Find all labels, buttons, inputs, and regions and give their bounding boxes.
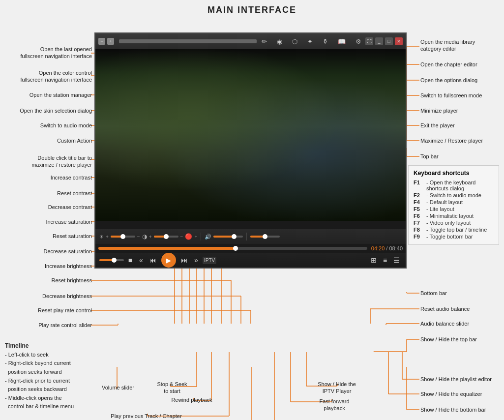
kb-row-f6: F6 - Minimalistic layout	[414, 213, 494, 219]
label-increase-contrast: Increase contrast	[2, 174, 92, 181]
timeline-title: Timeline	[5, 341, 74, 351]
kb-row-f8: F8 - Toggle top bar / timeline	[414, 227, 494, 233]
topbar-minus-btn[interactable]: −	[98, 38, 105, 45]
kb-desc-f1: - Open the keyboard shortcuts dialog	[426, 180, 494, 191]
kb-desc-f9: - Toggle bottom bar	[426, 234, 473, 240]
label-minimize-player: Minimize player	[420, 107, 502, 114]
prev-track-button[interactable]: ⏮	[148, 255, 158, 265]
iptv-button[interactable]: IPTV	[203, 257, 216, 264]
saturation-increase-icon[interactable]: +	[194, 234, 197, 240]
watering-can-icon[interactable]: ⚱	[323, 38, 328, 45]
label-exit-player: Exit the player	[420, 122, 502, 129]
label-stop-seek: Stop & Seekto start	[148, 381, 197, 395]
label-increase-saturation: Increase saturation	[2, 218, 92, 225]
fast-forward-button[interactable]: »	[192, 255, 201, 265]
brightness-icon[interactable]: ✦	[307, 38, 313, 45]
contrast-decrease-icon[interactable]: −	[137, 234, 140, 240]
topbar-plus-btn[interactable]: +	[107, 38, 114, 45]
label-decrease-saturation: Decrease saturation	[2, 248, 92, 255]
time-display: 04:20 / 08:40	[371, 245, 403, 251]
video-frame	[95, 49, 406, 221]
pencil-icon[interactable]: ✏	[262, 38, 267, 45]
close-btn[interactable]: ✕	[395, 37, 403, 45]
radio-waves-icon[interactable]: ◉	[277, 38, 282, 45]
time-current: 04:20	[371, 245, 385, 251]
kb-row-f9: F9 - Toggle bottom bar	[414, 234, 494, 240]
equalizer-button[interactable]: ≡	[381, 255, 389, 265]
kb-key-f1: F1	[414, 180, 424, 191]
label-top-bar: Top bar	[420, 153, 502, 160]
volume-slider-thumb[interactable]	[112, 258, 117, 263]
page-title: MAIN INTERFACE	[0, 0, 504, 18]
kb-title: Keyboard shortcuts	[414, 170, 494, 177]
label-bottom-bar: Bottom bar	[420, 290, 502, 297]
label-show-hide-top-bar: Show / Hide the top bar	[420, 336, 502, 343]
label-open-media-library: Open the media librarycategory editor	[420, 38, 502, 53]
audio-icon: 🔊	[205, 234, 211, 240]
label-decrease-contrast: Decrease contrast	[2, 204, 92, 210]
player-topbar: − + ✏ ◉ ⬡ ✦ ⚱ 📖 ⚙ ⛶ _ □ ✕	[95, 33, 406, 49]
label-open-chapter-editor: Open the chapter editor	[420, 61, 502, 68]
rewind-button[interactable]: «	[137, 255, 146, 265]
minimize-btn[interactable]: _	[375, 37, 383, 45]
brightness-slider[interactable]	[111, 236, 135, 238]
contrast-increase-icon[interactable]: +	[149, 234, 152, 240]
kb-row-f7: F7 - Video only layout	[414, 220, 494, 226]
playlist-button[interactable]: ☰	[391, 255, 402, 265]
timeline-item-4: - Middle-click opens the control bar & t…	[5, 394, 74, 411]
kb-key-f8: F8	[414, 227, 424, 233]
label-reset-saturation: Reset saturation	[2, 233, 92, 240]
saturation-decrease-icon[interactable]: −	[180, 234, 183, 240]
kb-desc-f4: - Default layout	[426, 199, 463, 205]
timeline-item-3: - Right-click prior to current position …	[5, 377, 74, 394]
label-custom-action: Custom Action	[2, 137, 92, 144]
kb-desc-f6: - Minimalistic layout	[426, 213, 474, 219]
next-track-button[interactable]: ⏭	[179, 255, 190, 265]
timeline-item-1: - Left-click to seek	[5, 351, 74, 360]
fullscreen-btn[interactable]: ⛶	[365, 37, 373, 45]
label-switch-audio-mode: Switch to audio mode	[2, 122, 92, 129]
kb-desc-f8: - Toggle top bar / timeline	[426, 227, 487, 233]
progress-thumb[interactable]	[233, 246, 238, 251]
label-volume-slider: Volume slider	[93, 384, 143, 391]
brightness-increase-icon[interactable]: +	[106, 234, 109, 240]
kb-key-f4: F4	[414, 199, 424, 205]
label-maximize-restore: Maximize / Restore player	[420, 137, 502, 144]
color-swatch-icon: ◑	[142, 233, 147, 240]
kb-key-f2: F2	[414, 192, 424, 198]
progress-fill	[98, 247, 236, 250]
label-audio-balance-slider: Audio balance slider	[420, 320, 502, 327]
label-reset-play-rate: Reset play rate control	[2, 307, 92, 314]
volume-slider[interactable]	[99, 259, 124, 261]
label-open-fullscreen-nav: Open the last openedfullscreen navigatio…	[2, 46, 92, 60]
maximize-btn[interactable]: □	[385, 37, 393, 45]
kb-key-f9: F9	[414, 234, 424, 240]
contrast-slider[interactable]	[154, 236, 178, 238]
brightness-decrease-icon[interactable]: ☀	[99, 234, 104, 240]
gear-icon[interactable]: ⚙	[356, 38, 361, 45]
topbar-title-bar[interactable]	[119, 39, 257, 43]
stop-button[interactable]: ■	[126, 255, 135, 265]
label-show-hide-iptv: Show / Hide theIPTV Player	[305, 381, 369, 395]
label-decrease-brightness: Decrease brightness	[2, 293, 92, 300]
label-fast-forward: Fast forwardplayback	[300, 398, 369, 412]
show-hide-topbar-button[interactable]: ⊞	[369, 255, 379, 265]
progress-track[interactable]	[98, 247, 367, 250]
kb-key-f5: F5	[414, 206, 424, 212]
player-wrapper: − + ✏ ◉ ⬡ ✦ ⚱ 📖 ⚙ ⛶ _ □ ✕	[94, 32, 407, 269]
kb-row-f1: F1 - Open the keyboard shortcuts dialog	[414, 180, 494, 191]
label-open-station-manager: Open the station manager	[2, 91, 92, 98]
right-controls: ⊞ ≡ ☰	[369, 255, 402, 265]
label-increase-brightness: Increase brightness	[2, 263, 92, 270]
volume-balance-slider[interactable]	[213, 236, 243, 238]
video-area[interactable]	[95, 49, 406, 221]
label-reset-audio-balance: Reset audio balance	[420, 305, 502, 312]
book-icon[interactable]: 📖	[338, 38, 346, 45]
label-play-rate-slider: Play rate control slider	[2, 322, 92, 329]
color-dots-icon[interactable]: ⬡	[292, 38, 297, 45]
label-switch-fullscreen: Switch to fullscreen mode	[420, 92, 502, 99]
audio-balance-slider-control[interactable]	[250, 236, 280, 238]
keyboard-shortcuts-box: Keyboard shortcuts F1 - Open the keyboar…	[408, 165, 499, 245]
play-pause-button[interactable]: ▶	[161, 253, 176, 268]
label-rewind: Rewind playback	[162, 396, 221, 403]
